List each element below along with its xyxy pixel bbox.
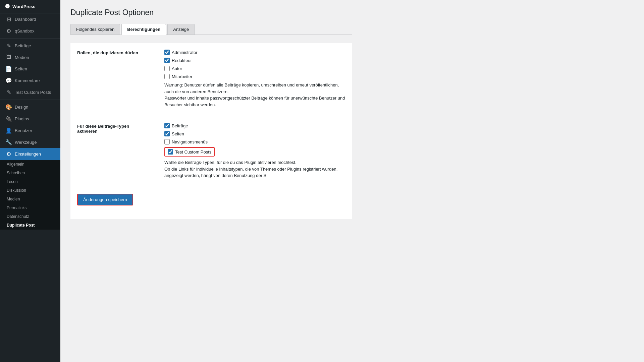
admin-checkbox[interactable] [164,50,170,55]
sidebar-item-medien[interactable]: 🖼 Medien [0,52,60,63]
test-custom-icon: ✎ [5,89,12,96]
rollen-note: Warnung: Benutzer dürfen alle Beiträge k… [164,82,345,108]
checkbox-test-custom-posts: Test Custom Posts [164,147,345,157]
seiten-type-label: Seiten [172,131,184,136]
mitarbeiter-checkbox[interactable] [164,74,170,79]
mitarbeiter-label: Mitarbeiter [172,74,192,79]
save-button-wrapper: Änderungen speichern [70,187,352,212]
sidebar-brand-label: WordPress [12,4,35,9]
page-title: Duplicate Post Optionen [70,8,352,17]
rollen-control: Administrator Redakteur Autor Mitarbeite… [164,50,345,108]
rollen-label: Rollen, die duplizieren dürfen [77,50,164,108]
seiten-type-checkbox[interactable] [164,131,170,136]
admin-label: Administrator [172,50,198,55]
redakteur-checkbox[interactable] [164,58,170,63]
beitraege-type-checkbox[interactable] [164,123,170,128]
test-custom-posts-highlighted: Test Custom Posts [164,147,215,157]
navigationsmenus-label: Navigationsmenüs [172,139,208,144]
section-divider [70,116,352,116]
design-icon: 🎨 [5,104,12,110]
dashboard-icon: ⊞ [5,16,12,22]
medien-icon: 🖼 [5,54,12,60]
sidebar-item-kommentare[interactable]: 💬 Kommentare [0,75,60,86]
settings-section: Rollen, die duplizieren dürfen Administr… [70,43,352,219]
einstellungen-submenu: Allgemein Schreiben Lesen Diskussion Med… [0,160,60,230]
submenu-lesen[interactable]: Lesen [0,177,60,186]
seiten-icon: 📄 [5,66,12,72]
checkbox-redakteur: Redakteur [164,58,345,63]
rollen-row: Rollen, die duplizieren dürfen Administr… [70,50,352,108]
navigationsmenus-checkbox[interactable] [164,139,170,144]
submenu-datenschutz[interactable]: Datenschutz [0,212,60,221]
redakteur-label: Redakteur [172,58,192,63]
werkzeuge-icon: 🔧 [5,139,12,145]
checkbox-navigationsmenus: Navigationsmenüs [164,139,345,144]
test-custom-posts-label: Test Custom Posts [175,149,211,155]
tabs-container: Folgendes kopieren Berechtigungen Anzeig… [70,24,352,35]
sidebar-item-design[interactable]: 🎨 Design [0,101,60,113]
sidebar-item-einstellungen[interactable]: ⚙ Einstellungen [0,148,60,160]
wp-icon: 🅦 [5,4,10,9]
benutzer-icon: 👤 [5,127,12,134]
checkbox-admin: Administrator [164,50,345,55]
submenu-allgemein[interactable]: Allgemein [0,160,60,169]
beitragstypen-control: Beiträge Seiten Navigationsmenüs Test Cu… [164,123,345,179]
sidebar-brand: 🅦 WordPress [0,0,60,13]
checkbox-autor: Autor [164,66,345,71]
submenu-schreiben[interactable]: Schreiben [0,169,60,177]
submenu-duplicate-post[interactable]: Duplicate Post [0,221,60,230]
sidebar-item-beitraege[interactable]: ✎ Beiträge [0,40,60,52]
sidebar-item-plugins[interactable]: 🔌 Plugins [0,113,60,125]
checkbox-mitarbeiter: Mitarbeiter [164,74,345,79]
tab-berechtigungen[interactable]: Berechtigungen [121,24,166,35]
autor-label: Autor [172,66,182,71]
checkbox-beitraege-type: Beiträge [164,123,345,128]
sidebar-divider-2 [0,100,60,100]
tab-folgendes[interactable]: Folgendes kopieren [70,24,120,35]
sidebar-item-qsandbox[interactable]: ⚙ qSandbox [0,25,60,37]
submenu-diskussion[interactable]: Diskussion [0,186,60,195]
qsandbox-icon: ⚙ [5,28,12,34]
sidebar: 🅦 WordPress ⊞ Dashboard ⚙ qSandbox ✎ Bei… [0,0,60,362]
save-button[interactable]: Änderungen speichern [77,194,133,205]
submenu-permalinks[interactable]: Permalinks [0,203,60,212]
tab-anzeige[interactable]: Anzeige [167,24,195,35]
sidebar-divider-1 [0,38,60,39]
sidebar-item-benutzer[interactable]: 👤 Benutzer [0,125,60,136]
plugins-icon: 🔌 [5,116,12,122]
beitragstypen-row: Für diese Beitrags-Typen aktivieren Beit… [70,123,352,179]
beitragstypen-label: Für diese Beitrags-Typen aktivieren [77,123,164,179]
beitraege-type-label: Beiträge [172,123,188,128]
sidebar-item-werkzeuge[interactable]: 🔧 Werkzeuge [0,136,60,148]
sidebar-item-dashboard[interactable]: ⊞ Dashboard [0,13,60,25]
beitragstypen-note: Wähle die Beitrags-Typen, für die du das… [164,159,345,179]
test-custom-posts-checkbox[interactable] [168,149,173,155]
beitraege-icon: ✎ [5,43,12,49]
kommentare-icon: 💬 [5,77,12,84]
einstellungen-icon: ⚙ [5,151,12,157]
autor-checkbox[interactable] [164,66,170,71]
main-content: Duplicate Post Optionen Folgendes kopier… [60,0,644,362]
submenu-medien[interactable]: Medien [0,195,60,203]
checkbox-seiten-type: Seiten [164,131,345,136]
sidebar-item-seiten[interactable]: 📄 Seiten [0,63,60,75]
sidebar-item-test-custom[interactable]: ✎ Test Custom Posts [0,86,60,98]
